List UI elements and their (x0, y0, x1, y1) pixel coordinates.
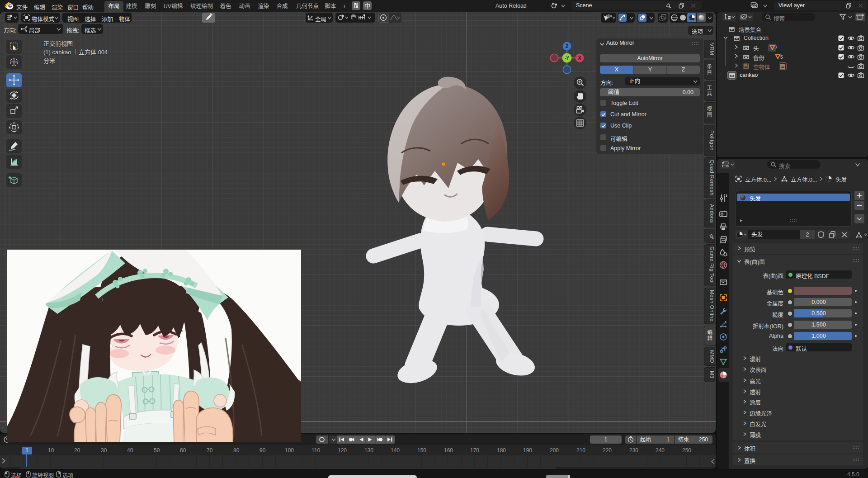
svg-text:Z: Z (566, 44, 568, 49)
svg-text:X: X (578, 56, 581, 61)
svg-text:-Y: -Y (565, 56, 569, 61)
